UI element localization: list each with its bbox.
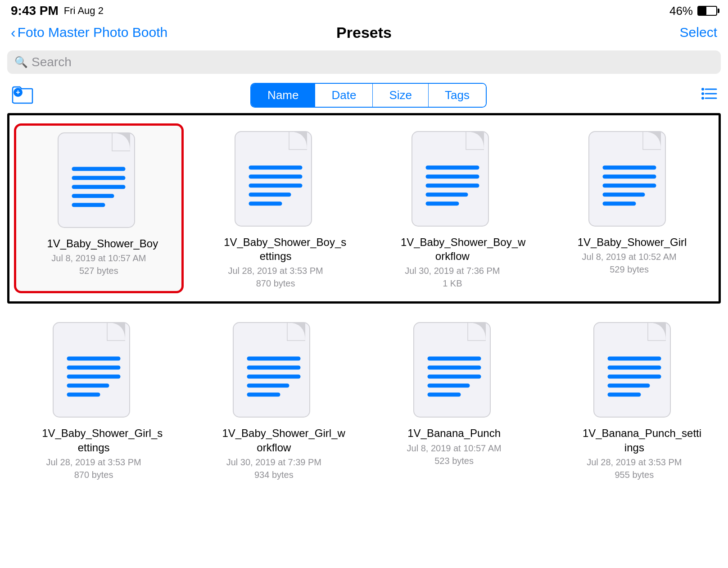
- svg-rect-32: [53, 323, 130, 417]
- file-meta: Jul 28, 2019 at 3:53 PM870 bytes: [228, 264, 323, 290]
- file-name: 1V_Banana_Punch_setti ings: [583, 426, 686, 454]
- svg-rect-44: [414, 323, 490, 417]
- battery-icon: [697, 6, 717, 16]
- file-item[interactable]: 1V_Banana_Punch_setti ingsJul 28, 2019 a…: [548, 314, 721, 484]
- sort-tab-size[interactable]: Size: [373, 84, 429, 107]
- selection-box: 1V_Baby_Shower_BoyJul 8, 2019 at 10:57 A…: [7, 113, 721, 304]
- status-time: 9:43 PM: [11, 4, 59, 18]
- file-icon: [584, 127, 674, 231]
- files-grid-row2: 1V_Baby_Shower_Girl_s ettingsJul 28, 201…: [7, 311, 721, 488]
- back-button[interactable]: ‹ Foto Master Photo Booth: [11, 24, 167, 41]
- svg-rect-38: [233, 323, 310, 417]
- svg-rect-20: [412, 132, 488, 226]
- file-item[interactable]: 1V_Baby_Shower_GirlJul 8, 2019 at 10:52 …: [544, 123, 714, 293]
- svg-rect-8: [58, 133, 135, 227]
- file-meta: Jul 30, 2019 at 7:36 PM1 KB: [405, 264, 500, 290]
- file-name: 1V_Baby_Shower_Girl_s ettings: [42, 426, 145, 454]
- search-container: 🔍 Search: [0, 47, 728, 79]
- file-meta: Jul 28, 2019 at 3:53 PM955 bytes: [587, 456, 682, 481]
- file-meta: Jul 8, 2019 at 10:57 AM523 bytes: [407, 442, 502, 467]
- new-folder-button[interactable]: +: [11, 85, 36, 106]
- file-item[interactable]: 1V_Baby_Shower_BoyJul 8, 2019 at 10:57 A…: [14, 123, 184, 293]
- file-icon: [231, 127, 321, 231]
- file-name: 1V_Baby_Shower_Boy: [47, 236, 150, 250]
- file-meta: Jul 30, 2019 at 7:39 PM934 bytes: [226, 456, 321, 481]
- svg-point-6: [701, 92, 704, 95]
- file-meta: Jul 8, 2019 at 10:52 AM529 bytes: [582, 250, 677, 276]
- file-meta: Jul 8, 2019 at 10:57 AM527 bytes: [51, 252, 146, 277]
- page-title: Presets: [336, 24, 392, 41]
- sort-tabs: Name Date Size Tags: [250, 83, 487, 108]
- file-meta: Jul 28, 2019 at 3:53 PM870 bytes: [46, 456, 141, 481]
- svg-rect-14: [235, 132, 312, 226]
- file-item[interactable]: 1V_Banana_PunchJul 8, 2019 at 10:57 AM52…: [368, 314, 541, 484]
- search-bar[interactable]: 🔍 Search: [7, 50, 721, 74]
- select-button[interactable]: Select: [680, 25, 717, 40]
- file-item[interactable]: 1V_Baby_Shower_Girl_w orkflowJul 30, 201…: [187, 314, 360, 484]
- sort-tab-tags[interactable]: Tags: [429, 84, 486, 107]
- file-name: 1V_Baby_Shower_Girl: [578, 235, 681, 249]
- sort-tab-name[interactable]: Name: [251, 84, 315, 107]
- toolbar-left: +: [11, 85, 36, 106]
- sort-tab-date[interactable]: Date: [315, 84, 373, 107]
- file-icon: [589, 318, 679, 422]
- search-placeholder: Search: [32, 55, 72, 69]
- svg-text:+: +: [16, 88, 20, 96]
- back-label: Foto Master Photo Booth: [18, 25, 168, 40]
- chevron-left-icon: ‹: [11, 24, 16, 41]
- status-right: 46%: [669, 4, 717, 18]
- status-bar: 9:43 PM Fri Aug 2 46%: [0, 0, 728, 20]
- svg-rect-50: [594, 323, 670, 417]
- file-icon: [407, 127, 497, 231]
- file-icon: [49, 318, 139, 422]
- files-grid-row2-container: 1V_Baby_Shower_Girl_s ettingsJul 28, 201…: [0, 304, 728, 488]
- file-name: 1V_Banana_Punch: [407, 426, 501, 440]
- battery-percent: 46%: [669, 4, 693, 18]
- file-icon: [54, 128, 144, 232]
- file-item[interactable]: 1V_Baby_Shower_Girl_s ettingsJul 28, 201…: [7, 314, 180, 484]
- status-day: Fri Aug 2: [64, 5, 104, 17]
- svg-rect-26: [589, 132, 665, 226]
- file-icon: [409, 318, 499, 422]
- files-grid-container: 1V_Baby_Shower_BoyJul 8, 2019 at 10:57 A…: [0, 113, 728, 304]
- file-item[interactable]: 1V_Baby_Shower_Boy_w orkflowJul 30, 2019…: [368, 123, 538, 293]
- file-name: 1V_Baby_Shower_Boy_w orkflow: [401, 235, 504, 263]
- file-name: 1V_Baby_Shower_Boy_s ettings: [224, 235, 327, 263]
- file-name: 1V_Baby_Shower_Girl_w orkflow: [222, 426, 326, 454]
- toolbar: + Name Date Size Tags: [0, 79, 728, 113]
- svg-point-5: [701, 88, 704, 91]
- list-view-button[interactable]: [701, 87, 717, 104]
- svg-point-7: [701, 97, 704, 100]
- file-item[interactable]: 1V_Baby_Shower_Boy_s ettingsJul 28, 2019…: [191, 123, 361, 293]
- search-icon: 🔍: [14, 56, 28, 68]
- nav-bar: ‹ Foto Master Photo Booth Presets Select: [0, 20, 728, 47]
- file-icon: [229, 318, 319, 422]
- files-grid-row1: 1V_Baby_Shower_BoyJul 8, 2019 at 10:57 A…: [14, 120, 714, 297]
